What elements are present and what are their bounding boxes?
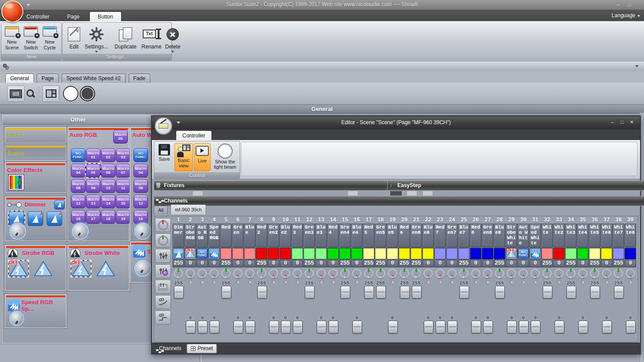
fader-handle[interactable] — [269, 321, 279, 333]
fader-handle[interactable] — [352, 321, 362, 333]
fader-down-icon[interactable]: « — [212, 274, 216, 280]
fader-handle[interactable] — [412, 286, 422, 299]
channel-color-swatch[interactable] — [482, 248, 493, 259]
fader-down-icon[interactable]: « — [283, 274, 288, 280]
auto-white-dial[interactable] — [134, 222, 152, 240]
macro-button[interactable]: Macro04 — [133, 164, 148, 177]
strobe-white-tile[interactable]: Strobe White OFF — [67, 245, 130, 291]
quick-access-chevron-icon[interactable] — [177, 122, 180, 124]
macro-button[interactable]: Macro16 — [133, 210, 148, 224]
fader-handle[interactable] — [555, 321, 564, 333]
fader-up-icon[interactable]: « — [200, 280, 204, 285]
fader-up-icon[interactable]: « — [474, 280, 478, 285]
fader-up-icon[interactable]: « — [212, 280, 216, 285]
fader-handle[interactable] — [222, 286, 231, 299]
channel-color-swatch[interactable] — [268, 248, 279, 259]
fader-down-icon[interactable]: « — [414, 274, 418, 280]
macro-button[interactable]: Macro14 — [101, 195, 115, 208]
fader-down-icon[interactable]: « — [521, 274, 526, 280]
fader-down-icon[interactable]: « — [390, 274, 395, 280]
channel-color-swatch[interactable] — [387, 248, 398, 259]
fader-handle[interactable] — [448, 321, 457, 333]
channel-color-swatch[interactable] — [589, 248, 600, 259]
zoom-search-button[interactable] — [26, 89, 35, 98]
maximize-button[interactable]: □ — [625, 1, 634, 8]
fader-down-icon[interactable]: « — [628, 274, 633, 280]
fader-up-icon[interactable]: « — [355, 280, 359, 285]
step-curve-button[interactable] — [155, 310, 171, 325]
settings-button[interactable]: Settings... — [83, 25, 110, 53]
easystep-panel-header[interactable]: ♪ EasyStep — [387, 181, 644, 191]
fixtures-panel-header[interactable]: Fixtures — [154, 181, 396, 191]
editor-close-button[interactable]: ✕ — [627, 119, 637, 126]
channel-color-swatch[interactable] — [625, 248, 636, 259]
no-func-button[interactable]: NOFUNC. — [71, 148, 85, 162]
tab-controller[interactable]: Controller — [19, 12, 57, 22]
auto-rgb-tile[interactable]: Auto RGB Macro05 NOFUNC.Macro01Macro02Ma… — [67, 127, 130, 241]
fader-handle[interactable] — [543, 286, 552, 299]
new-scene-button[interactable]: + NewScene — [2, 26, 22, 51]
fader-down-icon[interactable]: « — [592, 274, 597, 280]
channel-color-swatch[interactable] — [351, 248, 363, 259]
app-logo-orb[interactable] — [1, 0, 23, 22]
channel-color-swatch[interactable] — [601, 248, 612, 259]
fader-down-icon[interactable]: « — [462, 274, 466, 280]
fader-down-icon[interactable]: « — [509, 274, 514, 280]
fader-handle[interactable] — [186, 321, 196, 333]
fader-handle[interactable] — [305, 286, 315, 299]
fader-down-icon[interactable]: « — [331, 274, 335, 280]
channel-preset-cell[interactable] — [208, 248, 220, 259]
channel-color-swatch[interactable] — [303, 248, 315, 259]
channel-color-swatch[interactable] — [363, 248, 374, 259]
edit-button[interactable]: Edit — [65, 25, 83, 50]
channel-color-swatch[interactable] — [411, 248, 422, 259]
fader-handle[interactable] — [281, 321, 291, 333]
quick-access-chevron-icon[interactable] — [26, 4, 30, 6]
fader-handle[interactable] — [329, 321, 338, 333]
fader-handle[interactable] — [519, 321, 529, 333]
editor-logo-orb[interactable] — [155, 117, 172, 135]
language-menu[interactable]: Language — [612, 12, 640, 18]
channel-tab-all[interactable]: All — [154, 206, 168, 214]
macro-button[interactable]: Macro17 — [86, 210, 100, 224]
fader-handle[interactable] — [341, 286, 350, 299]
fader-down-icon[interactable]: « — [307, 274, 311, 280]
channel-color-swatch[interactable] — [434, 248, 446, 259]
channel-color-swatch[interactable] — [399, 248, 410, 259]
black-color-button[interactable] — [80, 86, 95, 101]
tab-button[interactable]: Button — [89, 11, 122, 22]
macro-button[interactable]: Macro13 — [86, 195, 100, 208]
channel-preset-cell[interactable] — [173, 248, 184, 259]
channel-color-swatch[interactable] — [220, 248, 232, 259]
speed-rgb-tile[interactable]: Speed RGB Sp... — [5, 294, 67, 328]
show-light-beam-button[interactable]: Show thelight beam — [211, 143, 239, 170]
color-palette-icon[interactable] — [9, 175, 24, 190]
channel-color-swatch[interactable] — [577, 248, 588, 259]
fader-handle[interactable] — [626, 321, 636, 333]
fader-handle[interactable] — [424, 321, 433, 333]
fade-curve-button[interactable] — [155, 295, 171, 309]
channel-color-swatch[interactable] — [280, 248, 291, 259]
white-color-button[interactable] — [63, 86, 78, 101]
fader-up-icon[interactable]: « — [236, 280, 240, 285]
macro-button[interactable]: Macro08 — [133, 179, 148, 193]
fader-handle[interactable] — [602, 321, 612, 333]
fader-handle[interactable] — [233, 321, 243, 333]
tab-fade[interactable]: Fade — [129, 74, 150, 83]
macro-button[interactable]: Macro12 — [71, 195, 85, 208]
fader-down-icon[interactable]: « — [259, 274, 264, 280]
dimmer-beam-button-1[interactable]: 1 — [28, 211, 43, 226]
fader-down-icon[interactable]: « — [176, 274, 181, 280]
macro-button[interactable]: Macro08 — [71, 179, 85, 193]
fader-down-icon[interactable]: « — [450, 274, 454, 280]
collapse-chevron-icon[interactable] — [635, 65, 639, 67]
channel-preset-cell[interactable] — [529, 248, 541, 259]
channel-color-swatch[interactable] — [256, 248, 267, 259]
fader-handle[interactable] — [483, 321, 493, 333]
fader-up-icon[interactable]: « — [521, 280, 526, 285]
fader-handle[interactable] — [210, 321, 219, 333]
fader-up-icon[interactable]: « — [557, 280, 561, 285]
strobe-white-off-button[interactable]: OFF — [71, 261, 91, 277]
fader-handle[interactable] — [507, 321, 517, 333]
channel-color-swatch[interactable] — [315, 248, 327, 259]
